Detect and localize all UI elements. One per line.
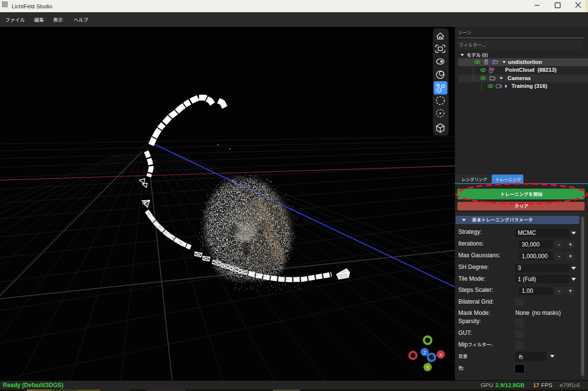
svg-text:undisttortion: undisttortion [508, 59, 542, 65]
svg-text:GPU: GPU [481, 381, 493, 388]
svg-text:e79f1c6: e79f1c6 [560, 381, 580, 388]
svg-text:Tile Mode:: Tile Mode: [458, 275, 486, 282]
svg-text:1,000,000: 1,000,000 [522, 253, 548, 260]
svg-text:LichtFeld Studio: LichtFeld Studio [12, 3, 52, 9]
svg-text:Ready (Default/3DGS): Ready (Default/3DGS) [3, 381, 63, 388]
svg-text:Training (316): Training (316) [511, 83, 548, 89]
svg-text:Sparsity:: Sparsity: [458, 318, 481, 325]
svg-text:1.00: 1.00 [522, 288, 533, 294]
svg-text:+: + [568, 288, 572, 294]
svg-text:GUT:: GUT: [458, 329, 471, 336]
svg-text:30,000: 30,000 [522, 241, 540, 248]
svg-text:1 (Full): 1 (Full) [518, 276, 536, 283]
svg-text:Y: Y [426, 365, 430, 370]
svg-text:Iterations:: Iterations: [458, 240, 484, 247]
svg-text:Mip: Mip [458, 341, 468, 348]
svg-text:Cameras: Cameras [508, 75, 531, 81]
svg-text:Z: Z [423, 350, 426, 355]
svg-text:-: - [558, 241, 560, 248]
svg-text:FPS: FPS [541, 381, 552, 388]
svg-text:Mask Mode:: Mask Mode: [458, 309, 490, 316]
svg-text:-: - [558, 288, 560, 294]
svg-text:+: + [568, 253, 572, 260]
svg-text:17: 17 [533, 381, 539, 388]
svg-text:Max Gaussians:: Max Gaussians: [458, 252, 500, 259]
svg-text:3: 3 [518, 265, 521, 271]
svg-text:Strategy:: Strategy: [458, 228, 482, 235]
svg-text:(no masks): (no masks) [532, 309, 561, 316]
svg-text:Bilateral Grid:: Bilateral Grid: [458, 298, 494, 305]
svg-text:Steps Scaler:: Steps Scaler: [458, 287, 493, 293]
svg-text:2.9/12.8GB: 2.9/12.8GB [495, 381, 525, 388]
svg-text:None: None [515, 309, 529, 316]
svg-text:PointCloud (88213): PointCloud (88213) [505, 67, 557, 73]
svg-text:-: - [558, 253, 560, 260]
svg-text:MCMC: MCMC [518, 229, 536, 236]
svg-text:SH Degree:: SH Degree: [458, 264, 489, 270]
svg-text:X: X [439, 352, 443, 357]
svg-text:+: + [568, 241, 572, 248]
